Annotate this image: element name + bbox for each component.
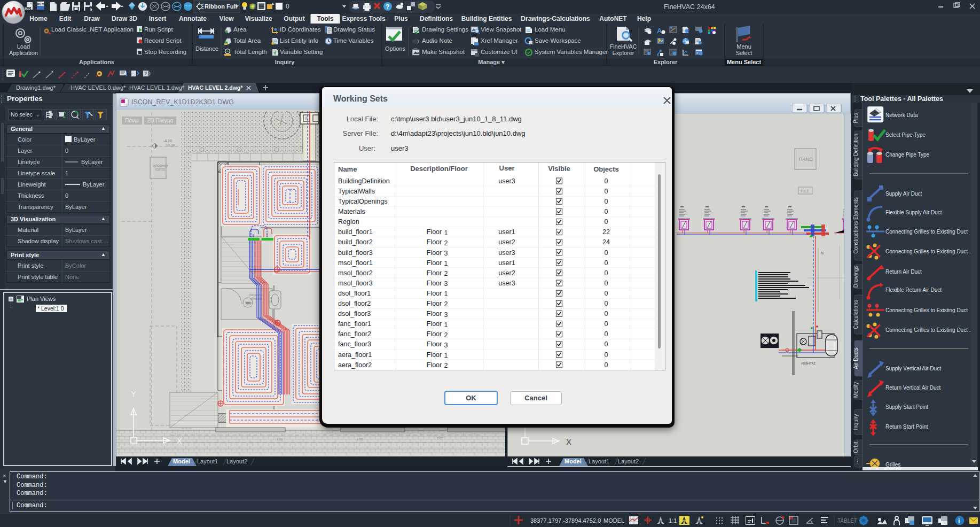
svg-text:Xref Manager: Xref Manager <box>481 37 518 44</box>
svg-text:Floor: Floor <box>427 330 442 338</box>
svg-text:Floor: Floor <box>427 269 442 277</box>
svg-text:System Variables Manager: System Variables Manager <box>535 49 608 55</box>
svg-text:0: 0 <box>286 3 289 10</box>
svg-text:msol_floor1: msol_floor1 <box>338 259 373 267</box>
svg-text:Options: Options <box>385 45 405 52</box>
svg-text:Shadows cast ...: Shadows cast ... <box>65 238 108 244</box>
svg-text:ByLayer: ByLayer <box>81 159 103 165</box>
svg-text:0: 0 <box>605 198 608 205</box>
svg-text:1: 1 <box>444 290 448 298</box>
svg-text:Print style table: Print style table <box>18 274 58 280</box>
svg-text:FineHVAC 24x64: FineHVAC 24x64 <box>664 3 715 11</box>
svg-text:0: 0 <box>605 208 608 215</box>
svg-text:Make Snapshot: Make Snapshot <box>422 49 465 55</box>
svg-text:Shadow display: Shadow display <box>18 238 59 244</box>
svg-text:Flexible Return Air Duct: Flexible Return Air Duct <box>885 287 942 293</box>
svg-text:Manage ▾: Manage ▾ <box>478 59 505 65</box>
svg-text:Distance: Distance <box>195 45 218 52</box>
svg-text:0: 0 <box>65 148 68 154</box>
svg-text:Region: Region <box>338 218 359 226</box>
svg-text:user1: user1 <box>498 228 515 236</box>
svg-text:2: 2 <box>444 331 448 339</box>
svg-text:3: 3 <box>444 311 448 319</box>
svg-text:0: 0 <box>605 188 608 195</box>
svg-text:ΠΣΣ: ΠΣΣ <box>801 189 809 193</box>
svg-text:Plan Views: Plan Views <box>27 296 56 302</box>
svg-text:2: 2 <box>444 270 448 277</box>
svg-text:ΛΕΒΗΤΑΣ: ΛΕΒΗΤΑΣ <box>801 362 816 365</box>
svg-text:Total Area: Total Area <box>233 37 261 44</box>
svg-text:Customize UI: Customize UI <box>481 49 518 55</box>
svg-text:user2: user2 <box>498 238 515 246</box>
svg-text:Stop Recording: Stop Recording <box>144 49 186 55</box>
svg-text:1: 1 <box>444 229 448 237</box>
svg-text:1: 1 <box>65 170 68 176</box>
svg-text:Floor: Floor <box>427 320 442 328</box>
svg-text:List Entity Info: List Entity Info <box>280 37 318 44</box>
svg-text:user3: user3 <box>498 177 515 185</box>
svg-text:Time Variables: Time Variables <box>333 37 374 44</box>
svg-text:View Snapshot: View Snapshot <box>481 26 522 33</box>
svg-text:Air Ducts: Air Ducts <box>853 347 859 369</box>
svg-text:Lineweight: Lineweight <box>18 181 46 188</box>
svg-text:Orbit: Orbit <box>853 441 859 453</box>
svg-text:Calculations: Calculations <box>853 300 859 329</box>
svg-text:Drawings: Drawings <box>853 266 859 288</box>
svg-text:Menu: Menu <box>736 43 751 50</box>
svg-text:Return Vertical Air Duct: Return Vertical Air Duct <box>885 385 941 391</box>
svg-text:Connecting Grilles to Existing: Connecting Grilles to Existing Duct ... <box>885 327 974 333</box>
svg-text:X: X <box>177 436 182 445</box>
svg-text:Linetype: Linetype <box>18 159 40 165</box>
svg-text:Supply Start Point: Supply Start Point <box>885 404 928 410</box>
svg-text:Floor: Floor <box>427 280 442 287</box>
svg-text:ByLayer: ByLayer <box>83 181 105 188</box>
svg-text:user3: user3 <box>498 280 515 287</box>
svg-text:Drawing Settings: Drawing Settings <box>422 26 468 33</box>
svg-text:0: 0 <box>605 290 608 297</box>
svg-text:?: ? <box>386 3 389 11</box>
svg-text:Select: Select <box>736 50 752 56</box>
svg-text:i: i <box>958 517 960 525</box>
svg-text:1.05: 1.05 <box>357 438 363 441</box>
svg-text:ΑΠΟΘΗΚΗ: ΑΠΟΘΗΚΗ <box>153 164 168 167</box>
svg-text:BuildingDefinition: BuildingDefinition <box>338 177 390 185</box>
svg-text:1:1: 1:1 <box>669 517 677 524</box>
svg-text:0: 0 <box>65 192 68 199</box>
svg-text:0: 0 <box>605 361 608 369</box>
svg-text:TABLET: TABLET <box>837 518 857 524</box>
svg-text:Plus: Plus <box>853 113 859 123</box>
svg-text:Ribbon Full: Ribbon Full <box>205 3 237 10</box>
svg-text:fanc_floor1: fanc_floor1 <box>338 320 371 328</box>
svg-text:3: 3 <box>444 250 448 257</box>
svg-text:0: 0 <box>605 320 608 328</box>
svg-text:TypicalOpenings: TypicalOpenings <box>338 198 387 205</box>
svg-text:user2: user2 <box>498 269 515 277</box>
svg-text:1: 1 <box>444 321 448 329</box>
svg-text:N: N <box>821 251 824 255</box>
svg-text:Drawing1.dwg*: Drawing1.dwg* <box>16 84 56 91</box>
svg-text:Material: Material <box>18 227 38 233</box>
svg-text:3: 3 <box>444 280 448 288</box>
svg-text:0: 0 <box>605 330 608 338</box>
svg-text:None: None <box>65 274 79 280</box>
svg-text:Network Data: Network Data <box>885 112 918 118</box>
svg-text:+0.38: +0.38 <box>166 143 175 147</box>
svg-text:2: 2 <box>444 362 448 369</box>
svg-text:ByColor: ByColor <box>65 262 86 269</box>
svg-text:Layer: Layer <box>18 148 33 154</box>
svg-text:0: 0 <box>605 177 608 185</box>
svg-text:Record Script: Record Script <box>144 37 182 44</box>
svg-text:0: 0 <box>605 340 608 348</box>
svg-text:HVAC LEVEL 1.dwg*: HVAC LEVEL 1.dwg* <box>129 84 185 91</box>
svg-text:24: 24 <box>602 238 610 246</box>
svg-text:0: 0 <box>605 280 608 287</box>
svg-text:ByLayer: ByLayer <box>65 204 87 210</box>
svg-text:* Level:1 0: * Level:1 0 <box>37 305 64 312</box>
svg-text:Load: Load <box>17 43 30 50</box>
svg-text:fanc_floor2: fanc_floor2 <box>338 330 371 338</box>
svg-text:2: 2 <box>444 300 448 308</box>
svg-text:MODEL: MODEL <box>603 517 624 524</box>
svg-text:Linetype scale: Linetype scale <box>18 170 55 176</box>
svg-text:Constructions Elements: Constructions Elements <box>853 197 859 254</box>
svg-text:Floor: Floor <box>427 361 442 369</box>
